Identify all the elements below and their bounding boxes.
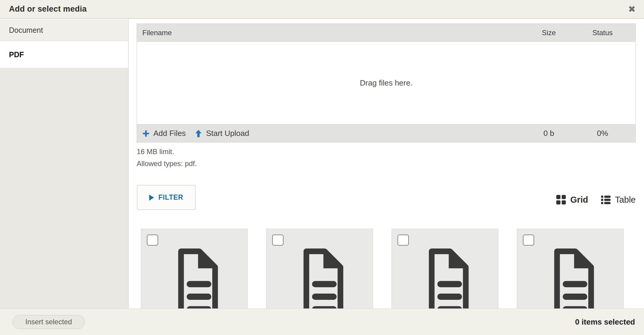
dialog-header: Add or select media ✖ [0, 0, 644, 19]
grid-view-button[interactable]: Grid [556, 195, 588, 205]
media-dialog: Add or select media ✖ Document PDF Filen… [0, 0, 644, 335]
media-item-card[interactable] [517, 229, 624, 308]
grid-view-label: Grid [570, 195, 588, 205]
total-size-value: 0 b [528, 129, 570, 138]
insert-selected-button[interactable]: Insert selected [13, 315, 85, 329]
column-header-size: Size [528, 29, 570, 37]
sidebar-item-document[interactable]: Document [0, 19, 128, 41]
close-icon[interactable]: ✖ [628, 5, 636, 14]
upload-arrow-icon [195, 129, 202, 138]
file-dropzone[interactable]: Drag files here. [137, 42, 635, 124]
pdf-document-icon [413, 244, 477, 308]
dialog-title: Add or select media [9, 4, 87, 14]
start-upload-label: Start Upload [206, 129, 249, 138]
filter-label: FILTER [158, 193, 184, 201]
upload-table-footer: Add Files Start Upload 0 b 0% [137, 124, 635, 142]
grid-icon [556, 195, 566, 205]
upload-table-header: Filename Size Status [137, 24, 635, 42]
media-select-checkbox[interactable] [272, 235, 284, 246]
selection-status: 0 items selected [575, 317, 635, 327]
media-select-checkbox[interactable] [147, 235, 158, 246]
sidebar-item-label: Document [9, 26, 43, 35]
view-toggle: Grid Table [556, 195, 636, 205]
plus-icon [142, 130, 150, 137]
media-type-sidebar: Document PDF [0, 19, 129, 308]
sidebar-item-label: PDF [9, 50, 24, 59]
sidebar-item-pdf[interactable]: PDF [0, 41, 128, 68]
main-pane: Filename Size Status Drag files here. Ad… [129, 19, 644, 308]
table-view-label: Table [615, 195, 636, 205]
list-icon [601, 195, 611, 205]
pdf-document-icon [288, 244, 351, 308]
table-view-button[interactable]: Table [601, 195, 636, 205]
pdf-document-icon [163, 244, 226, 308]
start-upload-button[interactable]: Start Upload [195, 129, 249, 138]
media-grid [141, 229, 644, 308]
dropzone-text: Drag files here. [360, 78, 412, 88]
column-header-filename: Filename [137, 29, 528, 37]
file-upload-widget: Filename Size Status Drag files here. Ad… [137, 24, 636, 142]
media-item-card[interactable] [392, 229, 498, 308]
media-select-checkbox[interactable] [523, 235, 534, 246]
size-limit-text: 16 MB limit. [137, 146, 644, 158]
total-progress-value: 0% [570, 129, 635, 138]
expand-triangle-icon [149, 195, 154, 201]
media-select-checkbox[interactable] [398, 235, 409, 246]
upload-restrictions: 16 MB limit. Allowed types: pdf. [137, 146, 644, 170]
filter-toggle-button[interactable]: FILTER [137, 185, 195, 210]
pdf-document-icon [539, 244, 602, 308]
dialog-footer: Insert selected 0 items selected [0, 308, 644, 335]
media-item-card[interactable] [141, 229, 248, 308]
add-files-label: Add Files [153, 129, 186, 138]
column-header-status: Status [570, 29, 635, 37]
allowed-types-text: Allowed types: pdf. [137, 158, 644, 170]
add-files-button[interactable]: Add Files [142, 129, 186, 138]
media-item-card[interactable] [266, 229, 373, 308]
